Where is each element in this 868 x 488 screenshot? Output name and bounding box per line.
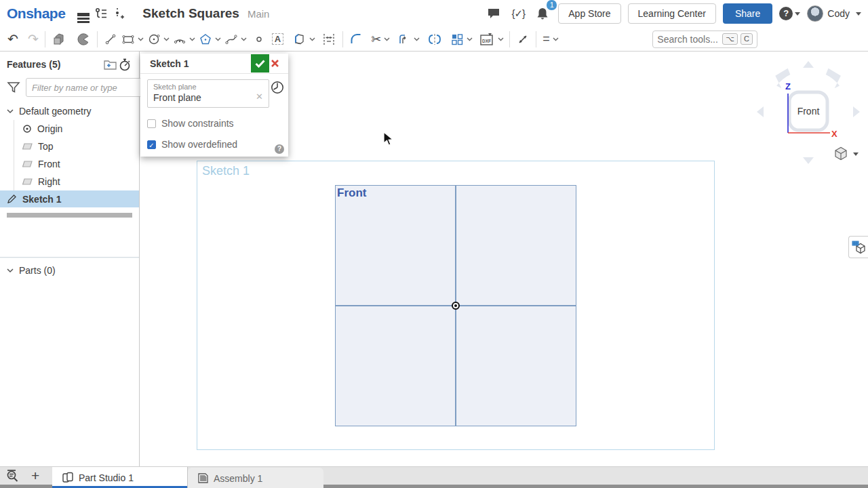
sketch-plane-field-value: Front plane — [153, 92, 263, 103]
help-menu[interactable]: ? — [779, 7, 800, 20]
show-constraints-row[interactable]: Show constraints — [147, 118, 281, 129]
rectangle-menu-chevron-icon[interactable] — [138, 37, 144, 41]
trim-tool-scissors-icon[interactable]: ✂ — [369, 30, 383, 49]
offset-tool-icon[interactable] — [395, 30, 413, 49]
dxf-menu-chevron-icon[interactable] — [498, 37, 504, 41]
line-tool-icon[interactable] — [102, 30, 119, 49]
undo-button[interactable]: ↶ — [5, 30, 20, 49]
arc-menu-chevron-icon[interactable] — [189, 37, 195, 41]
pattern-tool-icon[interactable] — [448, 30, 466, 49]
tab-controls: + — [5, 469, 39, 483]
spline-menu-chevron-icon[interactable] — [241, 37, 247, 41]
clear-selection-icon[interactable]: ✕ — [256, 92, 263, 102]
x-axis-label: X — [831, 129, 837, 139]
redo-button[interactable]: ↷ — [26, 30, 41, 49]
comments-icon[interactable] — [485, 5, 502, 22]
search-tools-input[interactable] — [657, 34, 719, 45]
tree-item-label: Right — [38, 176, 60, 187]
sketch-state-clock-icon[interactable] — [271, 81, 284, 94]
show-overdefined-checkbox[interactable]: ✓ — [147, 140, 156, 149]
features-title: Features (5) — [7, 59, 60, 70]
fillet-tool-icon[interactable] — [347, 30, 365, 49]
mirror-tool-icon[interactable] — [425, 30, 444, 49]
insert-element-icon[interactable] — [110, 5, 127, 22]
tree-item-right[interactable]: Right — [14, 173, 139, 190]
use-menu-chevron-icon[interactable] — [309, 37, 315, 41]
chevron-down-icon[interactable] — [853, 152, 859, 156]
measure-tool-icon[interactable] — [514, 30, 532, 49]
trim-menu-chevron-icon[interactable] — [384, 37, 390, 41]
stopwatch-icon[interactable] — [117, 58, 132, 71]
polygon-tool-icon[interactable] — [197, 30, 214, 49]
revolve-tool-icon[interactable] — [74, 30, 93, 49]
circle-menu-chevron-icon[interactable] — [163, 37, 170, 41]
tree-group-default-geometry[interactable]: Default geometry — [0, 102, 139, 120]
tab-part-studio-1[interactable]: Part Studio 1 — [52, 467, 188, 488]
cancel-sketch-button[interactable] — [271, 54, 288, 73]
svg-text:DXF: DXF — [482, 39, 491, 43]
filter-funnel-icon[interactable] — [7, 81, 20, 94]
sketch-text-tool-icon[interactable]: A — [270, 30, 285, 49]
parts-group-header[interactable]: Parts (0) — [0, 260, 139, 281]
import-dxf-icon[interactable]: DXF — [477, 30, 497, 49]
show-overdefined-row[interactable]: ✓ Show overdefined — [147, 139, 281, 150]
shortcut-key-c: C — [741, 33, 753, 45]
filter-input[interactable] — [26, 78, 159, 97]
view-cube-face-label[interactable]: Front — [797, 106, 820, 117]
search-tools-box[interactable]: ⌥ C — [652, 30, 757, 48]
new-folder-icon[interactable] — [102, 58, 117, 70]
tree-item-front[interactable]: Front — [14, 155, 139, 173]
sketch-plane-field[interactable]: Sketch plane Front plane ✕ — [147, 79, 269, 108]
isometric-view-button[interactable] — [835, 148, 859, 160]
user-name: Cody — [827, 8, 850, 19]
sketch-dialog: Sketch 1 Sketch plane Front plane ✕ Show… — [140, 54, 288, 157]
onshape-logo[interactable]: Onshape — [7, 5, 65, 22]
sketch-boundary-label: Sketch 1 — [202, 164, 250, 178]
polygon-menu-chevron-icon[interactable] — [215, 37, 221, 41]
display-panel-toggle[interactable] — [848, 236, 868, 258]
check-icon — [255, 60, 265, 68]
chevron-down-icon — [7, 268, 14, 273]
plane-icon — [22, 142, 33, 150]
variables-menu-chevron-icon[interactable] — [553, 37, 559, 41]
rollback-bar[interactable] — [7, 213, 132, 218]
offset-menu-chevron-icon[interactable] — [414, 37, 420, 41]
chevron-down-icon — [856, 12, 861, 16]
arc-tool-icon[interactable] — [171, 30, 189, 49]
circle-tool-icon[interactable] — [145, 30, 163, 49]
workspace-branch[interactable]: Main — [248, 8, 270, 20]
accept-sketch-button[interactable] — [251, 54, 269, 73]
notifications-bell-icon[interactable]: 1 — [534, 5, 551, 22]
sketch-toolbar: ↶ ↷ — [0, 27, 868, 52]
document-title[interactable]: Sketch Squares — [142, 6, 239, 21]
tab-assembly-1[interactable]: Assembly 1 — [188, 468, 323, 488]
solid-model-icon[interactable] — [50, 30, 68, 49]
show-constraints-checkbox[interactable] — [147, 119, 156, 128]
manage-tabs-icon[interactable] — [5, 469, 22, 483]
feature-script-icon[interactable]: {✓} — [509, 5, 527, 22]
point-tool-icon[interactable] — [252, 30, 266, 49]
tree-item-top[interactable]: Top — [14, 138, 139, 155]
rectangle-tool-icon[interactable] — [119, 30, 137, 49]
variables-equals-icon[interactable]: = — [540, 30, 552, 49]
main-menu-icon[interactable] — [75, 5, 92, 22]
view-cube[interactable]: Front Z X — [754, 58, 863, 167]
dialog-help-icon[interactable]: ? — [275, 144, 284, 154]
features-panel-header: Features (5) — [0, 52, 139, 71]
add-tab-icon[interactable]: + — [31, 469, 39, 483]
tree-item-origin[interactable]: Origin — [14, 120, 139, 138]
versions-history-icon[interactable] — [92, 5, 110, 22]
user-menu[interactable]: Cody — [807, 5, 861, 22]
spline-tool-icon[interactable] — [222, 30, 240, 49]
origin-point[interactable] — [452, 302, 460, 310]
use-project-tool-icon[interactable] — [290, 30, 309, 49]
pattern-menu-chevron-icon[interactable] — [467, 37, 473, 41]
share-button[interactable]: Share — [723, 3, 772, 24]
dimension-tool-icon[interactable] — [319, 30, 338, 49]
sketch-pencil-icon — [7, 194, 17, 204]
tree-item-sketch-1-selected[interactable]: Sketch 1 — [0, 190, 139, 207]
learning-center-button[interactable]: Learning Center — [628, 3, 716, 24]
app-store-button[interactable]: App Store — [558, 3, 620, 24]
help-icon: ? — [779, 7, 793, 20]
show-constraints-label: Show constraints — [161, 118, 234, 129]
